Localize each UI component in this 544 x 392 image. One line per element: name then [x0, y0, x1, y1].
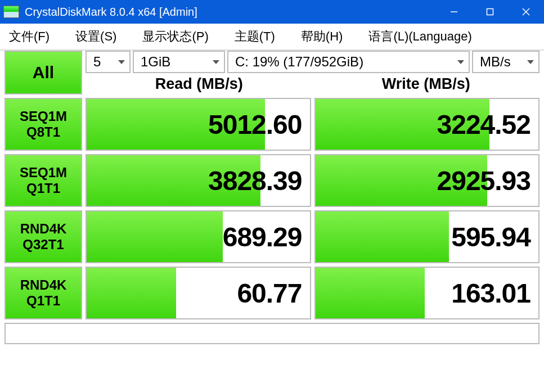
drive-select[interactable]: C: 19% (177/952GiB): [227, 51, 470, 73]
bench-label-1: SEQ1M: [20, 165, 67, 181]
bench-button-2[interactable]: RND4KQ32T1: [5, 210, 82, 263]
statusbar: [5, 323, 539, 344]
read-bar: [87, 268, 176, 318]
menu-language[interactable]: 语言(L)(Language): [363, 28, 477, 45]
read-value: 3828.39: [208, 165, 302, 196]
menu-display[interactable]: 显示状态(P): [137, 28, 214, 45]
chevron-down-icon: [527, 60, 534, 64]
write-value: 163.01: [451, 278, 530, 309]
bench-label-2: Q1T1: [26, 181, 60, 196]
test-count-value: 5: [93, 54, 101, 70]
test-count-select[interactable]: 5: [86, 51, 131, 73]
bench-row: RND4KQ1T160.77163.01: [5, 267, 539, 319]
write-cell: 3224.52: [314, 98, 540, 151]
bench-label-2: Q8T1: [26, 124, 60, 140]
write-cell: 2925.93: [314, 154, 540, 207]
write-bar: [316, 211, 449, 262]
unit-value: MB/s: [480, 54, 511, 70]
all-button[interactable]: All: [5, 51, 82, 94]
bench-row: SEQ1MQ1T13828.392925.93: [5, 154, 539, 207]
read-header: Read (MB/s): [86, 73, 313, 94]
read-value: 60.77: [237, 278, 302, 309]
write-header: Write (MB/s): [313, 73, 540, 94]
write-value: 595.94: [451, 222, 530, 253]
menubar: 文件(F) 设置(S) 显示状态(P) 主题(T) 帮助(H) 语言(L)(La…: [0, 24, 544, 51]
bench-button-0[interactable]: SEQ1MQ8T1: [5, 98, 82, 151]
write-cell: 163.01: [314, 267, 540, 319]
bench-button-1[interactable]: SEQ1MQ1T1: [5, 154, 82, 207]
close-button[interactable]: [508, 0, 544, 24]
bench-label-1: SEQ1M: [20, 109, 67, 124]
bench-label-1: RND4K: [20, 221, 67, 237]
bench-row: RND4KQ32T1689.29595.94: [5, 210, 539, 263]
minimize-button[interactable]: [436, 0, 472, 24]
read-cell: 5012.60: [86, 98, 311, 151]
chevron-down-icon: [213, 60, 219, 64]
bench-row: SEQ1MQ8T15012.603224.52: [5, 98, 539, 151]
unit-select[interactable]: MB/s: [472, 51, 539, 73]
titlebar: CrystalDiskMark 8.0.4 x64 [Admin]: [0, 0, 544, 24]
bench-label-1: RND4K: [20, 277, 67, 293]
maximize-button[interactable]: [472, 0, 508, 24]
menu-theme[interactable]: 主题(T): [229, 28, 281, 45]
drive-value: C: 19% (177/952GiB): [235, 54, 363, 70]
svg-rect-1: [487, 9, 493, 15]
menu-settings[interactable]: 设置(S): [70, 28, 122, 45]
menu-help[interactable]: 帮助(H): [295, 28, 349, 45]
chevron-down-icon: [118, 60, 125, 64]
test-size-value: 1GiB: [141, 54, 170, 70]
read-cell: 689.29: [86, 210, 311, 263]
test-size-select[interactable]: 1GiB: [133, 51, 225, 73]
bench-label-2: Q1T1: [26, 293, 60, 309]
bench-button-3[interactable]: RND4KQ1T1: [5, 267, 82, 319]
all-button-label: All: [33, 63, 54, 82]
write-bar: [316, 268, 425, 318]
bench-label-2: Q32T1: [23, 237, 64, 253]
chevron-down-icon: [457, 60, 464, 64]
read-value: 5012.60: [208, 109, 302, 140]
write-value: 3224.52: [437, 109, 530, 140]
app-icon: [3, 6, 19, 18]
write-cell: 595.94: [314, 210, 540, 263]
read-value: 689.29: [223, 222, 302, 253]
write-value: 2925.93: [437, 165, 530, 196]
read-cell: 60.77: [86, 267, 311, 319]
window-title: CrystalDiskMark 8.0.4 x64 [Admin]: [25, 6, 197, 19]
read-bar: [87, 211, 223, 262]
read-cell: 3828.39: [86, 154, 311, 207]
menu-file[interactable]: 文件(F): [3, 28, 55, 45]
